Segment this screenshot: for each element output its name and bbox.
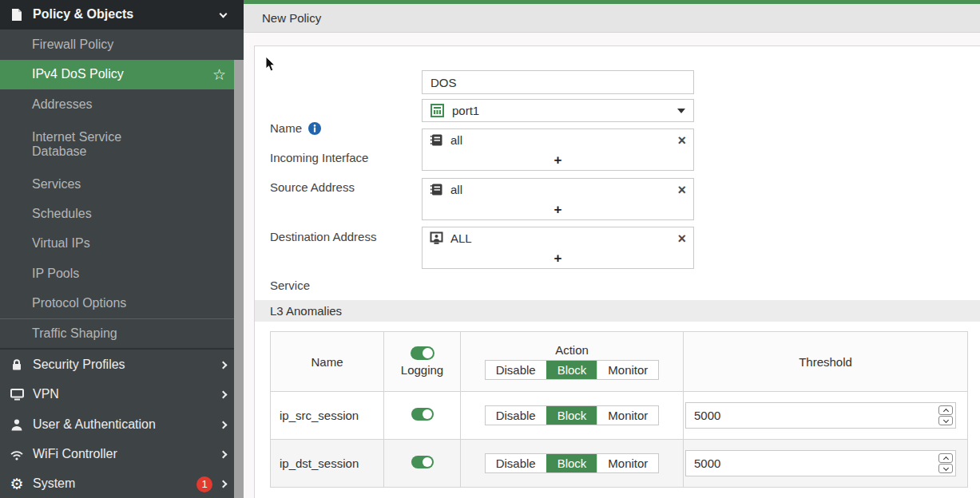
sidebar-item-ipv4-dos-policy[interactable]: IPv4 DoS Policy ☆ bbox=[0, 60, 234, 89]
fortigate-app: Policy & Objects Firewall Policy IPv4 Do… bbox=[0, 0, 980, 498]
sidebar-item-firewall-policy[interactable]: Firewall Policy bbox=[0, 30, 244, 60]
spin-up-button[interactable] bbox=[938, 405, 953, 415]
sidebar-scrollbar[interactable] bbox=[234, 60, 244, 498]
add-source-address-button[interactable]: + bbox=[423, 151, 693, 170]
star-icon[interactable]: ☆ bbox=[212, 67, 226, 82]
policy-form-panel: Name Incoming Interface port1 Source Add… bbox=[254, 45, 980, 498]
monitor-option[interactable]: Monitor bbox=[597, 361, 658, 379]
spin-down-button[interactable] bbox=[938, 416, 953, 425]
chevron-down-icon bbox=[220, 10, 228, 18]
chevron-right-icon bbox=[220, 391, 228, 399]
destination-address-label: Destination Address bbox=[270, 230, 376, 243]
logging-cell bbox=[384, 440, 461, 488]
number-spinner bbox=[938, 453, 953, 473]
remove-icon[interactable]: × bbox=[677, 183, 686, 197]
block-option[interactable]: Block bbox=[546, 361, 597, 379]
incoming-interface-label: Incoming Interface bbox=[270, 151, 368, 164]
sidebar-item-security-profiles[interactable]: Security Profiles bbox=[0, 350, 244, 380]
monitor-option[interactable]: Monitor bbox=[597, 454, 658, 472]
block-option[interactable]: Block bbox=[546, 454, 597, 472]
spin-down-button[interactable] bbox=[938, 464, 953, 473]
column-header-action: Action Disable Block Monitor bbox=[461, 332, 684, 392]
action-segmented: Disable Block Monitor bbox=[485, 453, 660, 473]
sidebar-item-protocol-options[interactable]: Protocol Options bbox=[0, 289, 244, 318]
sidebar-item-internet-service-database[interactable]: Internet Service Database bbox=[0, 120, 244, 169]
sidebar-menu: Policy & Objects Firewall Policy IPv4 Do… bbox=[0, 0, 244, 498]
sidebar-item-traffic-shaping[interactable]: Traffic Shaping bbox=[0, 318, 244, 350]
source-address-label: Source Address bbox=[270, 180, 355, 194]
sidebar-item-policy-objects[interactable]: Policy & Objects bbox=[0, 0, 244, 30]
address-icon bbox=[430, 133, 443, 147]
source-address-box: all × + bbox=[422, 128, 694, 171]
spin-up-button[interactable] bbox=[938, 453, 953, 463]
sidebar-item-addresses[interactable]: Addresses bbox=[0, 89, 244, 120]
name-field-wrap bbox=[422, 70, 694, 94]
threshold-input[interactable] bbox=[685, 402, 956, 429]
remove-icon[interactable]: × bbox=[677, 231, 686, 246]
service-icon bbox=[430, 231, 443, 245]
column-header-logging: Logging bbox=[384, 332, 461, 392]
l3-anomalies-section-header: L3 Anomalies bbox=[255, 300, 980, 322]
sidebar-item-system[interactable]: ⚙ System 1 bbox=[0, 469, 244, 498]
ethernet-port-icon bbox=[430, 104, 444, 117]
block-option[interactable]: Block bbox=[546, 406, 597, 425]
table-row: ip_dst_session Disable Block Monitor bbox=[271, 440, 968, 488]
sidebar: Policy & Objects Firewall Policy IPv4 Do… bbox=[0, 0, 244, 498]
action-master-segmented: Disable Block Monitor bbox=[485, 360, 660, 380]
sidebar-item-services[interactable]: Services bbox=[0, 169, 244, 200]
sidebar-item-vpn[interactable]: VPN bbox=[0, 380, 244, 409]
logging-master-toggle[interactable] bbox=[411, 346, 434, 360]
lock-icon bbox=[8, 358, 26, 371]
chevron-right-icon bbox=[220, 451, 228, 459]
logging-toggle[interactable] bbox=[411, 408, 434, 421]
action-cell: Disable Block Monitor bbox=[461, 392, 684, 440]
column-header-name: Name bbox=[271, 332, 384, 392]
source-address-entry[interactable]: all × bbox=[423, 129, 693, 151]
anomaly-name: ip_src_session bbox=[271, 392, 384, 440]
sidebar-item-wifi-controller[interactable]: WiFi Controller bbox=[0, 440, 244, 469]
source-address-value: all bbox=[450, 133, 462, 147]
name-input[interactable] bbox=[422, 70, 694, 94]
add-destination-address-button[interactable]: + bbox=[423, 200, 693, 219]
name-label-row: Name bbox=[270, 121, 321, 135]
table-header-row: Name Logging Action Disable Block bbox=[271, 332, 968, 392]
name-label: Name bbox=[270, 121, 302, 135]
anomaly-name: ip_dst_session bbox=[271, 440, 384, 488]
sidebar-item-virtual-ips[interactable]: Virtual IPs bbox=[0, 229, 244, 259]
anomalies-table: Name Logging Action Disable Block bbox=[270, 331, 968, 488]
action-segmented: Disable Block Monitor bbox=[485, 405, 660, 425]
number-spinner bbox=[938, 405, 953, 425]
dropdown-caret-icon bbox=[677, 109, 685, 113]
disable-option[interactable]: Disable bbox=[486, 406, 546, 425]
sidebar-item-user-authentication[interactable]: User & Authentication bbox=[0, 409, 244, 440]
incoming-interface-select[interactable]: port1 bbox=[422, 99, 694, 122]
threshold-cell bbox=[684, 440, 968, 488]
monitor-option[interactable]: Monitor bbox=[597, 406, 658, 425]
destination-address-box: all × + bbox=[422, 178, 694, 220]
chevron-right-icon bbox=[220, 421, 228, 429]
chevron-right-icon bbox=[220, 361, 228, 369]
service-value: ALL bbox=[450, 231, 472, 245]
section-title: L3 Anomalies bbox=[270, 304, 342, 318]
remove-icon[interactable]: × bbox=[677, 133, 686, 148]
address-icon bbox=[430, 183, 443, 196]
threshold-input[interactable] bbox=[685, 450, 956, 476]
service-box: ALL × + bbox=[422, 227, 694, 269]
service-entry[interactable]: ALL × bbox=[423, 227, 693, 249]
disable-option[interactable]: Disable bbox=[486, 361, 546, 379]
sidebar-item-ip-pools[interactable]: IP Pools bbox=[0, 259, 244, 289]
page-header: New Policy bbox=[244, 4, 980, 33]
sidebar-item-schedules[interactable]: Schedules bbox=[0, 200, 244, 229]
disable-option[interactable]: Disable bbox=[486, 454, 546, 472]
action-cell: Disable Block Monitor bbox=[461, 440, 684, 488]
add-service-button[interactable]: + bbox=[423, 249, 693, 268]
logging-toggle[interactable] bbox=[411, 456, 434, 468]
threshold-cell bbox=[684, 392, 968, 440]
incoming-interface-value: port1 bbox=[452, 104, 479, 117]
chevron-right-icon bbox=[220, 480, 228, 488]
destination-address-entry[interactable]: all × bbox=[423, 179, 693, 200]
destination-address-value: all bbox=[450, 183, 462, 196]
wifi-icon bbox=[8, 449, 26, 460]
info-icon[interactable] bbox=[308, 122, 321, 135]
main-content: New Policy Name Incoming Interface bbox=[244, 0, 980, 498]
